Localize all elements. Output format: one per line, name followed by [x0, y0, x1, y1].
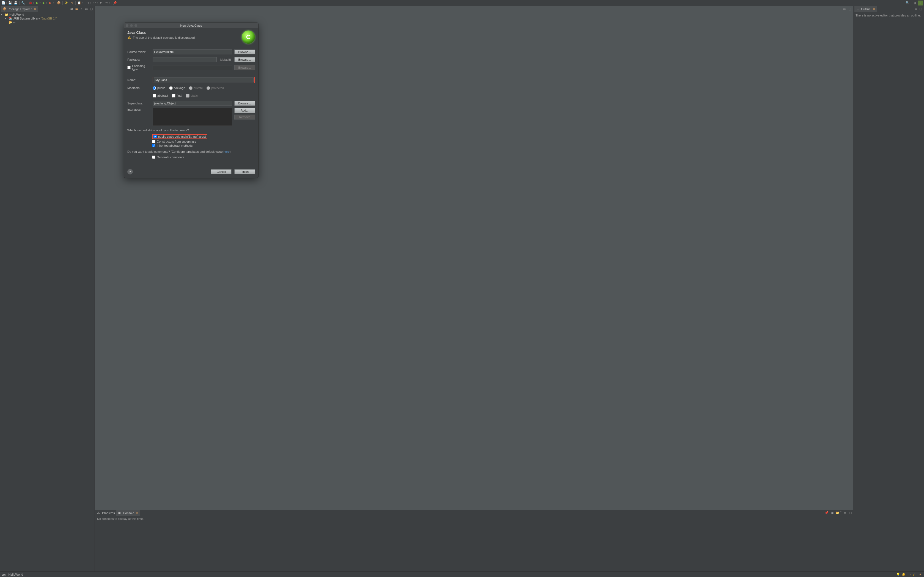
dialog-window-title: New Java Class [124, 24, 258, 27]
warning-icon [127, 36, 131, 40]
row-modifiers: Modifiers: public package private protec… [127, 85, 255, 91]
modifier-static-checkbox [186, 94, 189, 98]
superclass-input[interactable] [153, 101, 232, 106]
modifier-label: abstract [157, 94, 168, 97]
comments-text-prefix: Do you want to add comments? (Configure … [127, 150, 224, 153]
constructors-checkbox[interactable] [152, 140, 155, 143]
modifier-label: package [174, 86, 185, 90]
name-input[interactable] [154, 77, 254, 82]
help-icon[interactable]: ? [127, 169, 133, 174]
dialog-header: Java Class The use of the default packag… [124, 28, 258, 46]
checkbox-label: public static void main(String[] args) [158, 135, 206, 138]
modifier-label: final [176, 94, 182, 97]
main-method-checkbox[interactable] [153, 135, 157, 138]
row-interfaces: Interfaces: Add... Remove [127, 108, 255, 126]
label-enclosing-type: Enclosing type: [132, 64, 150, 71]
label-name: Name: [127, 78, 150, 82]
separator [127, 74, 255, 74]
dialog-overlay: New Java Class Java Class The use of the… [0, 0, 924, 577]
dialog-footer: ? Cancel Finish [124, 166, 258, 178]
modifier-label: protected [211, 86, 224, 90]
browse-package-button[interactable]: Browse... [234, 57, 255, 62]
window-controls [126, 24, 137, 27]
label-modifiers: Modifiers: [127, 86, 150, 90]
add-interface-button[interactable]: Add... [234, 108, 255, 113]
row-enclosing-type: Enclosing type: Browse... [127, 64, 255, 71]
modifier-public-radio[interactable] [153, 86, 156, 90]
row-package: Package: (default) Browse... [127, 56, 255, 63]
cancel-button[interactable]: Cancel [211, 169, 231, 174]
row-name: Name: [127, 77, 255, 83]
source-folder-input[interactable] [153, 50, 232, 55]
comments-group: Generate comments [152, 156, 255, 159]
browse-source-button[interactable]: Browse... [234, 50, 255, 55]
dialog-titlebar[interactable]: New Java Class [124, 23, 258, 28]
checkbox-label: Generate comments [157, 156, 184, 159]
zoom-window-icon[interactable] [134, 24, 137, 27]
row-source-folder: Source folder: Browse... [127, 49, 255, 55]
label-superclass: Superclass: [127, 102, 150, 105]
dialog-body: Source folder: Browse... Package: (defau… [124, 46, 258, 160]
label-interfaces: Interfaces: [127, 108, 150, 111]
checkbox-label: Inherited abstract methods [157, 144, 192, 147]
comments-text-suffix: ) [229, 150, 231, 153]
dialog-title: Java Class [127, 31, 242, 35]
modifier-protected-radio [207, 86, 210, 90]
main-method-highlight: public static void main(String[] args) [152, 134, 207, 139]
class-wizard-icon: C [242, 31, 255, 44]
enclosing-type-input [153, 65, 232, 70]
row-superclass: Superclass: Browse... [127, 100, 255, 106]
modifier-abstract-checkbox[interactable] [153, 94, 156, 98]
package-input[interactable] [153, 57, 217, 62]
browse-enclosing-button: Browse... [234, 65, 255, 70]
modifier-label: static [191, 94, 198, 97]
svg-rect-1 [129, 39, 129, 39]
stubs-group: public static void main(String[] args) C… [152, 134, 255, 147]
minimize-window-icon[interactable] [130, 24, 133, 27]
finish-button[interactable]: Finish [234, 169, 255, 174]
label-package: Package: [127, 58, 150, 61]
stubs-question: Which method stubs would you like to cre… [127, 129, 255, 132]
name-highlight [153, 77, 255, 83]
browse-superclass-button[interactable]: Browse... [234, 101, 255, 106]
modifier-label: public [157, 86, 165, 90]
interfaces-list[interactable] [153, 108, 232, 126]
svg-rect-0 [129, 37, 129, 38]
comments-question: Do you want to add comments? (Configure … [127, 150, 255, 153]
inherited-methods-checkbox[interactable] [152, 144, 155, 147]
dialog-warning-text: The use of the default package is discou… [133, 36, 195, 39]
enclosing-type-checkbox[interactable] [127, 66, 131, 69]
modifier-package-radio[interactable] [169, 86, 173, 90]
checkbox-label: Constructors from superclass [157, 140, 196, 143]
generate-comments-checkbox[interactable] [152, 156, 155, 159]
remove-interface-button: Remove [234, 114, 255, 119]
package-default-text: (default) [220, 58, 231, 61]
label-source-folder: Source folder: [127, 50, 150, 53]
row-modifiers-2: abstract final static [127, 93, 255, 98]
modifier-private-radio [189, 86, 192, 90]
modifier-label: private [194, 86, 203, 90]
modifier-final-checkbox[interactable] [172, 94, 176, 98]
new-java-class-dialog: New Java Class Java Class The use of the… [124, 23, 258, 178]
close-window-icon[interactable] [126, 24, 128, 27]
configure-templates-link[interactable]: here [224, 150, 229, 153]
